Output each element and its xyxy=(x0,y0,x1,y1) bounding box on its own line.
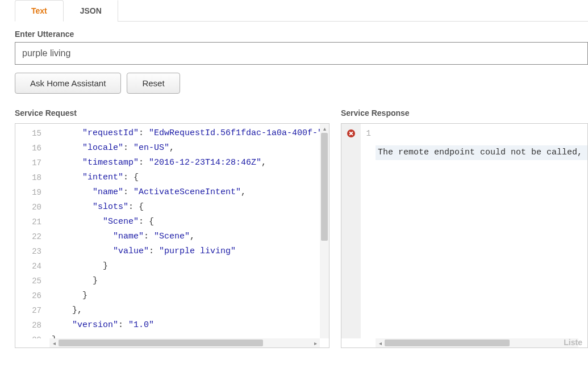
line-number: 24 xyxy=(15,259,49,274)
response-code[interactable]: The remote endpoint could not be called, xyxy=(376,124,587,338)
code-line: }, xyxy=(49,303,329,318)
utterance-input[interactable] xyxy=(15,42,588,65)
scroll-left-arrow[interactable]: ◂ xyxy=(376,338,385,347)
scroll-thumb[interactable] xyxy=(321,133,328,241)
line-number: 16 xyxy=(15,141,49,156)
code-line: "intent": { xyxy=(49,170,329,185)
line-number: 23 xyxy=(15,244,49,259)
code-line: "name": "Scene", xyxy=(49,229,329,244)
line-number: 25 xyxy=(15,274,49,288)
code-line: "locale": "en-US", xyxy=(49,141,329,156)
line-number: 19 xyxy=(15,185,49,200)
scroll-thumb[interactable] xyxy=(385,340,510,346)
response-error-gutter xyxy=(341,124,361,338)
request-vertical-scrollbar[interactable]: ▴ xyxy=(320,124,329,338)
scroll-right-arrow[interactable]: ▸ xyxy=(311,338,320,347)
code-line: "name": "ActivateSceneIntent", xyxy=(49,185,329,200)
tab-json[interactable]: JSON xyxy=(64,0,118,22)
code-line: "slots": { xyxy=(49,200,329,215)
line-number: 18 xyxy=(15,170,49,185)
line-number: 17 xyxy=(15,156,49,170)
line-number: 29 xyxy=(15,333,49,338)
line-number: 21 xyxy=(15,215,49,229)
request-title: Service Request xyxy=(15,108,330,118)
line-number: 1 xyxy=(361,126,376,141)
reset-button[interactable]: Reset xyxy=(127,73,180,94)
code-line: } xyxy=(49,259,329,274)
scroll-up-arrow[interactable]: ▴ xyxy=(320,124,329,133)
tab-bar: Text JSON xyxy=(15,0,588,22)
response-title: Service Response xyxy=(341,108,588,118)
response-horizontal-scrollbar[interactable]: ◂ xyxy=(376,338,578,347)
tab-text[interactable]: Text xyxy=(15,0,64,22)
code-line: "version": "1.0" xyxy=(49,318,329,333)
code-line: "requestId": "EdwRequestId.56f1fdac-1a0a… xyxy=(49,126,329,141)
code-line: } xyxy=(49,288,329,303)
response-editor[interactable]: 1 The remote endpoint could not be calle… xyxy=(341,123,588,348)
code-line: "timestamp": "2016-12-23T14:28:46Z", xyxy=(49,156,329,170)
code-line: "value": "purple living" xyxy=(49,244,329,259)
line-number: 22 xyxy=(15,229,49,244)
line-number: 26 xyxy=(15,288,49,303)
line-number: 27 xyxy=(15,303,49,318)
footer-partial-text: Liste xyxy=(564,338,582,347)
request-line-gutter: 151617181920212223242526272829 xyxy=(15,124,49,338)
code-line: } xyxy=(49,333,329,338)
response-line: The remote endpoint could not be called, xyxy=(376,145,587,160)
error-icon xyxy=(347,129,355,137)
request-editor[interactable]: 151617181920212223242526272829 "requestI… xyxy=(15,123,330,348)
ask-button[interactable]: Ask Home Assistant xyxy=(15,73,121,94)
scroll-thumb[interactable] xyxy=(59,340,263,346)
code-line: } xyxy=(49,274,329,288)
request-horizontal-scrollbar[interactable]: ◂ ▸ xyxy=(49,338,320,347)
code-line: "Scene": { xyxy=(49,215,329,229)
line-number: 28 xyxy=(15,318,49,333)
scroll-left-arrow[interactable]: ◂ xyxy=(49,338,59,347)
response-line-gutter: 1 xyxy=(361,124,376,338)
line-number: 15 xyxy=(15,126,49,141)
line-number: 20 xyxy=(15,200,49,215)
request-code[interactable]: "requestId": "EdwRequestId.56f1fdac-1a0a… xyxy=(49,124,329,338)
utterance-label: Enter Utterance xyxy=(15,30,588,39)
